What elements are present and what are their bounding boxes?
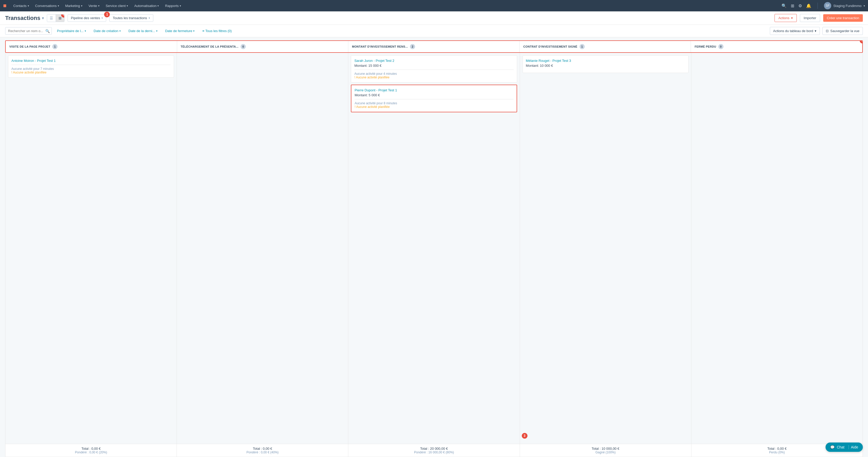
deal-warning: ! Aucune activité planifiée: [354, 105, 513, 109]
footer-total: Total : 10 000,00 €: [523, 447, 688, 451]
columns-and-footer: Antoine Moiron - Projet Test 1 Aucune ac…: [0, 53, 868, 457]
deal-card[interactable]: Sarah Juron - Projet Test 2 Montant: 15 …: [351, 55, 517, 83]
chat-label: Chat: [837, 445, 844, 449]
footer-cell-1: Total : 0,00 € Pondéré : 0,00 € (20%): [5, 444, 177, 457]
main-content: Transactions ▾ ☰ ⊞ 4 Pipeline des ventes…: [0, 11, 868, 457]
chevron-down-icon: ▾: [85, 30, 86, 32]
nav-service[interactable]: Service client ▾: [103, 2, 130, 9]
chevron-down-icon: ▾: [815, 29, 816, 33]
list-view-button[interactable]: ☰: [47, 14, 56, 22]
nav-vente[interactable]: Vente ▾: [86, 2, 102, 9]
deal-warning: ! Aucune activité planifiée: [354, 75, 514, 79]
deal-title[interactable]: Mélanie Rouget - Projet Test 3: [526, 59, 685, 63]
chevron-down-icon: ▾: [149, 17, 150, 20]
stage-header-3: MONTANT D'INVESTISSEMENT RENS... 2: [348, 41, 520, 52]
board-column-5: [691, 53, 863, 444]
chevron-down-icon: ▾: [58, 4, 59, 7]
owner-filter[interactable]: Propriétaire de l... ▾: [54, 27, 89, 34]
chevron-down-icon: ▾: [864, 4, 865, 7]
chevron-down-icon: ▾: [101, 17, 103, 20]
chevron-down-icon: ▾: [98, 4, 99, 7]
stage-header-5: FERMÉ PERDU 0: [691, 41, 862, 52]
create-transaction-button[interactable]: Créer une transaction: [823, 14, 863, 22]
nav-contacts[interactable]: Contacts ▾: [11, 2, 31, 9]
deal-card-highlighted[interactable]: Pierre Dupont - Projet Test 1 Montant: 5…: [351, 85, 517, 112]
board-column-4: Mélanie Rouget - Projet Test 3 Montant: …: [520, 53, 691, 444]
deal-amount: Montant: 10 000 €: [526, 64, 685, 68]
close-date-filter[interactable]: Date de fermeture ▾: [163, 27, 197, 34]
footer-row: Total : 0,00 € Pondéré : 0,00 € (20%) To…: [5, 444, 863, 457]
aide-label: Aide: [848, 445, 858, 449]
footer-weighted: Pondéré : 0,00 € (20%): [8, 451, 174, 454]
save-view-button[interactable]: ⊡ Sauvegarder la vue: [823, 27, 863, 35]
deal-warning: ! Aucune activité planifiée: [11, 71, 170, 74]
nav-divider: [817, 3, 818, 9]
deal-title[interactable]: Pierre Dupont - Projet Test 1: [354, 88, 513, 92]
footer-weighted: Pondéré : 16 000,00 € (80%): [351, 451, 516, 454]
notification-icon[interactable]: 🔔: [806, 3, 811, 8]
chat-button[interactable]: 💬 Chat Aide: [826, 443, 863, 452]
chevron-down-icon[interactable]: ▾: [42, 16, 44, 20]
footer-cell-4: Total : 10 000,00 € Gagné (100%): [520, 444, 691, 457]
footer-cell-2: Total : 0,00 € Pondéré : 0,00 € (40%): [177, 444, 348, 457]
creation-date-filter[interactable]: Date de création ▾: [91, 27, 123, 34]
filter-bar: 🔍 Propriétaire de l... ▾ Date de créatio…: [0, 25, 868, 37]
last-date-filter[interactable]: Date de la derni... ▾: [126, 27, 160, 34]
deal-activity: Aucune activité pour 7 minutes: [11, 67, 170, 71]
sub-header: Transactions ▾ ☰ ⊞ 4 Pipeline des ventes…: [0, 11, 868, 25]
search-icon[interactable]: 🔍: [781, 3, 787, 8]
hubspot-logo: ■: [3, 2, 6, 9]
footer-cell-3: Total : 20 000,00 € Pondéré : 16 000,00 …: [348, 444, 520, 457]
deal-activity: Aucune activité pour 8 minutes: [354, 101, 513, 105]
stage-header-2: TÉLÉCHARGEMENT DE LA PRÉSENTA... 0: [177, 41, 348, 52]
chevron-down-icon: ▾: [81, 4, 82, 7]
settings-icon[interactable]: ⚙: [798, 3, 802, 8]
nav-automatisation[interactable]: Automatisation ▾: [131, 2, 161, 9]
footer-weighted: Gagné (100%): [523, 451, 688, 454]
view-toggle: ☰ ⊞ 4: [47, 14, 64, 22]
board-scroll: Antoine Moiron - Projet Test 1 Aucune ac…: [5, 53, 863, 444]
deal-amount: Montant: 15 000 €: [354, 64, 514, 68]
footer-total: Total : 0,00 €: [180, 447, 345, 451]
nav-marketing[interactable]: Marketing ▾: [63, 2, 85, 9]
annotation-1: 1: [104, 12, 110, 17]
search-wrap: 🔍: [5, 27, 52, 35]
stage-header-1: VISITE DE LA PAGE PROJET 1: [6, 41, 177, 52]
import-button[interactable]: Importer: [800, 14, 820, 22]
deal-amount: Montant: 5 000 €: [354, 93, 513, 97]
pipeline-dropdown[interactable]: Pipeline des ventes ▾: [68, 14, 106, 22]
stage-headers: VISITE DE LA PAGE PROJET 1 TÉLÉCHARGEMEN…: [5, 40, 863, 53]
deal-title[interactable]: Antoine Moiron - Projet Test 1: [11, 59, 170, 63]
grid-icon[interactable]: ⊞: [791, 3, 794, 8]
footer-weighted: Pondéré : 0,00 € (40%): [180, 451, 345, 454]
deal-card[interactable]: Antoine Moiron - Projet Test 1 Aucune ac…: [8, 55, 174, 78]
account-menu[interactable]: SF Staging Fundimmo ▾: [824, 2, 865, 9]
deal-title[interactable]: Sarah Juron - Projet Test 2: [354, 59, 514, 63]
avatar: SF: [824, 2, 831, 9]
board-area: VISITE DE LA PAGE PROJET 1 TÉLÉCHARGEMEN…: [0, 37, 868, 457]
board-column-1: Antoine Moiron - Projet Test 1 Aucune ac…: [5, 53, 177, 444]
actions-button[interactable]: Actions ▾: [775, 14, 797, 22]
chevron-down-icon: ▾: [28, 4, 29, 7]
annotation-3: 3: [522, 433, 527, 438]
nav-conversations[interactable]: Conversations ▾: [33, 2, 62, 9]
nav-icons: 🔍 ⊞ ⚙ 🔔 SF Staging Fundimmo ▾: [781, 2, 865, 9]
footer-total: Total : 0,00 €: [8, 447, 174, 451]
chevron-down-icon: ▾: [193, 30, 194, 32]
deal-card[interactable]: Mélanie Rouget - Projet Test 3 Montant: …: [523, 55, 688, 73]
chevron-down-icon: ▾: [791, 16, 793, 20]
filter-dropdown[interactable]: Toutes les transactions ▾: [109, 14, 153, 22]
dashboard-actions-button[interactable]: Actions du tableau de bord ▾: [770, 27, 820, 35]
chevron-down-icon: ▾: [119, 30, 121, 32]
deal-activity: Aucune activité pour 4 minutes: [354, 72, 514, 75]
board-column-3: Sarah Juron - Projet Test 2 Montant: 15 …: [348, 53, 520, 444]
footer-total: Total : 20 000,00 €: [351, 447, 516, 451]
all-filters-button[interactable]: ≡ Tous les filtres (0): [200, 27, 234, 34]
search-icon: 🔍: [45, 29, 50, 33]
account-name: Staging Fundimmo: [833, 4, 862, 8]
chat-icon: 💬: [830, 445, 835, 449]
stage-header-4: CONTRAT D'INVESTISSEMENT SIGNÉ 1: [520, 41, 691, 52]
chevron-down-icon: ▾: [156, 30, 157, 32]
search-input[interactable]: [5, 27, 52, 35]
nav-rapports[interactable]: Rapports ▾: [162, 2, 184, 9]
